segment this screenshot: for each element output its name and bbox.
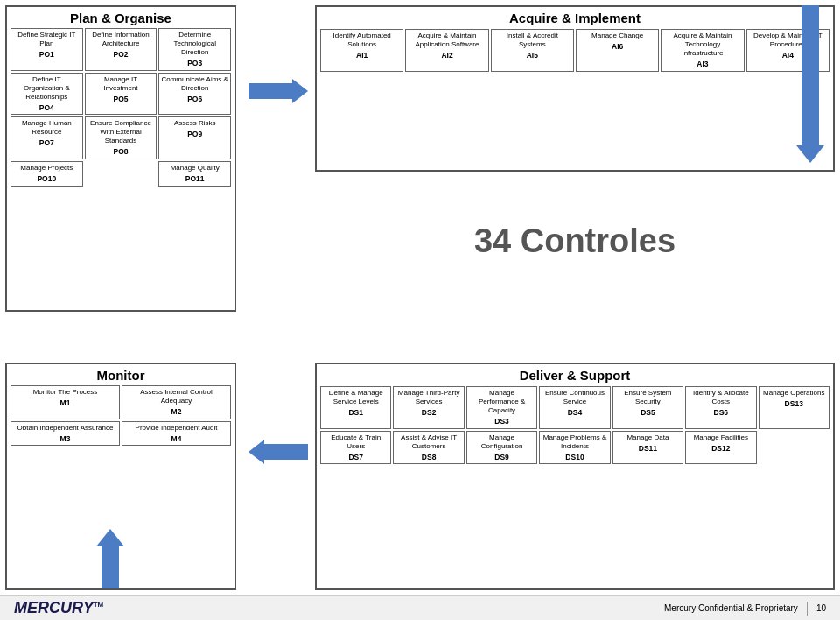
- arrow-down-right-top: [796, 5, 824, 163]
- ai6-code: AI6: [578, 42, 656, 52]
- ds11-code: DS11: [615, 444, 681, 454]
- po2-code: PO2: [88, 50, 155, 60]
- po8-cell: Ensure Compliance With External Standard…: [85, 116, 158, 159]
- ds9-cell: Manage Configuration DS9: [466, 431, 537, 465]
- logo-text: MERCURY: [14, 599, 94, 616]
- ds2-cell: Manage Third-Party Services DS2: [393, 386, 464, 429]
- ds-title: Deliver & Support: [320, 368, 830, 383]
- ai5-cell: Install & Accredit Systems AI5: [491, 29, 574, 72]
- ds7-cell: Educate & Train Users DS7: [320, 431, 391, 465]
- ds1-code: DS1: [323, 408, 388, 418]
- m3-cell: Obtain Independent Assurance M3: [10, 421, 120, 447]
- arrow-body: [248, 83, 292, 99]
- ds-row-1: Define & Manage Service Levels DS1 Manag…: [320, 386, 830, 429]
- monitor-row-2: Obtain Independent Assurance M3 Provide …: [10, 421, 231, 447]
- ai3-code: AI3: [663, 60, 741, 69]
- ds4-cell: Ensure Continuous Service DS4: [539, 386, 610, 429]
- m3-code: M3: [13, 434, 117, 444]
- m2-cell: Assess Internal Control Adequacy M2: [122, 385, 231, 419]
- ds12-cell: Manage Facilities DS12: [685, 431, 756, 465]
- ds3-code: DS3: [469, 417, 535, 426]
- m4-cell: Provide Independent Audit M4: [122, 421, 231, 447]
- arrow-head: [292, 79, 308, 103]
- arrow-head-d: [796, 145, 824, 163]
- po6-cell: Communicate Aims & Direction PO6: [158, 73, 231, 116]
- ai5-code: AI5: [494, 51, 571, 60]
- ai1-cell: Identify Automated Solutions AI1: [320, 29, 403, 72]
- ds9-code: DS9: [469, 453, 535, 462]
- po-row-3: Manage Human Resource PO7 Ensure Complia…: [10, 116, 231, 159]
- ds10-cell: Manage Problems & Incidents DS10: [539, 431, 610, 465]
- arrow-body-v: [802, 5, 819, 145]
- trademark: TM: [94, 601, 104, 609]
- po-row-2: Define IT Organization & Relationships P…: [10, 73, 231, 116]
- po-row-4: Manage Projects PO10 Manage Quality PO11: [10, 161, 231, 187]
- po4-code: PO4: [13, 103, 80, 113]
- ai1-code: AI1: [323, 51, 401, 60]
- po8-code: PO8: [88, 147, 155, 157]
- ai2-code: AI2: [408, 51, 486, 60]
- main-structure: Plan & Organise Define Strategic IT Plan…: [0, 0, 840, 595]
- po1-cell: Define Strategic IT Plan PO1: [10, 28, 83, 71]
- m4-code: M4: [124, 434, 228, 444]
- ai-row: Identify Automated Solutions AI1 Acquire…: [320, 29, 830, 72]
- po3-code: PO3: [161, 59, 228, 68]
- po9-code: PO9: [161, 130, 228, 139]
- ds13-code: DS13: [761, 399, 827, 409]
- ai2-cell: Acquire & Maintain Application Software …: [405, 29, 488, 72]
- po7-code: PO7: [13, 138, 80, 148]
- footer-right: Mercury Confidential & Proprietary 10: [664, 602, 826, 616]
- po11-code: PO11: [161, 174, 228, 184]
- po11-cell: Manage Quality PO11: [158, 161, 231, 187]
- po10-code: PO10: [13, 174, 80, 184]
- page-wrapper: Plan & Organise Define Strategic IT Plan…: [0, 0, 840, 620]
- footer: MERCURYTM Mercury Confidential & Proprie…: [0, 595, 840, 620]
- footer-page-number: 10: [816, 603, 826, 613]
- ds4-code: DS4: [542, 408, 607, 418]
- po5-code: PO5: [88, 95, 155, 104]
- footer-confidential: Mercury Confidential & Proprietary: [664, 603, 798, 613]
- ai3-cell: Acquire & Maintain Technology Infrastruc…: [661, 29, 744, 72]
- footer-logo: MERCURYTM: [14, 599, 103, 617]
- ds11-cell: Manage Data DS11: [612, 431, 683, 465]
- ds8-code: DS8: [396, 453, 461, 462]
- ai6-cell: Manage Change AI6: [576, 29, 659, 72]
- arrow-plan-to-acquire: [248, 79, 308, 103]
- po6-code: PO6: [161, 95, 228, 104]
- ds5-cell: Ensure System Security DS5: [612, 386, 683, 429]
- ds6-code: DS6: [688, 408, 753, 418]
- ds8-cell: Assist & Advise IT Customers DS8: [393, 431, 464, 465]
- ds7-code: DS7: [323, 453, 388, 462]
- ds3-cell: Manage Performance & Capacity DS3: [466, 386, 537, 429]
- po-row-1: Define Strategic IT Plan PO1 Define Info…: [10, 28, 231, 71]
- po10-cell: Manage Projects PO10: [10, 161, 83, 187]
- acquire-title: Acquire & Implement: [320, 11, 830, 25]
- ds6-cell: Identify & Allocate Costs DS6: [685, 386, 756, 429]
- ds1-cell: Define & Manage Service Levels DS1: [320, 386, 391, 429]
- po9-cell: Assess Risks PO9: [158, 116, 231, 159]
- plan-title: Plan & Organise: [10, 11, 231, 25]
- po7-cell: Manage Human Resource PO7: [10, 116, 83, 159]
- deliver-support-section: Deliver & Support Define & Manage Servic…: [315, 363, 835, 590]
- plan-organise-section: Plan & Organise Define Strategic IT Plan…: [5, 5, 236, 312]
- ds-row-2: Educate & Train Users DS7 Assist & Advis…: [320, 431, 830, 465]
- monitor-title: Monitor: [10, 368, 231, 383]
- monitor-section: Monitor Monitor The Process M1 Assess In…: [5, 363, 236, 590]
- controles-label: 34 Controles: [315, 184, 835, 298]
- ds2-code: DS2: [396, 408, 461, 418]
- po3-cell: Determine Technological Direction PO3: [158, 28, 231, 71]
- ds-rows: Define & Manage Service Levels DS1 Manag…: [320, 386, 830, 464]
- m1-code: M1: [13, 398, 117, 408]
- ds13-cell: Manage Operations DS13: [759, 386, 830, 429]
- po1-code: PO1: [13, 50, 80, 60]
- ds12-code: DS12: [688, 444, 753, 454]
- footer-divider: [807, 602, 808, 616]
- arrow-body2: [264, 444, 308, 460]
- ds5-code: DS5: [615, 408, 681, 418]
- acquire-implement-section: Acquire & Implement Identify Automated S…: [315, 5, 835, 172]
- po4-cell: Define IT Organization & Relationships P…: [10, 73, 83, 116]
- m1-cell: Monitor The Process M1: [10, 385, 120, 419]
- monitor-row-1: Monitor The Process M1 Assess Internal C…: [10, 385, 231, 419]
- po2-cell: Define Information Architecture PO2: [85, 28, 158, 71]
- arrow-head-l: [248, 440, 264, 464]
